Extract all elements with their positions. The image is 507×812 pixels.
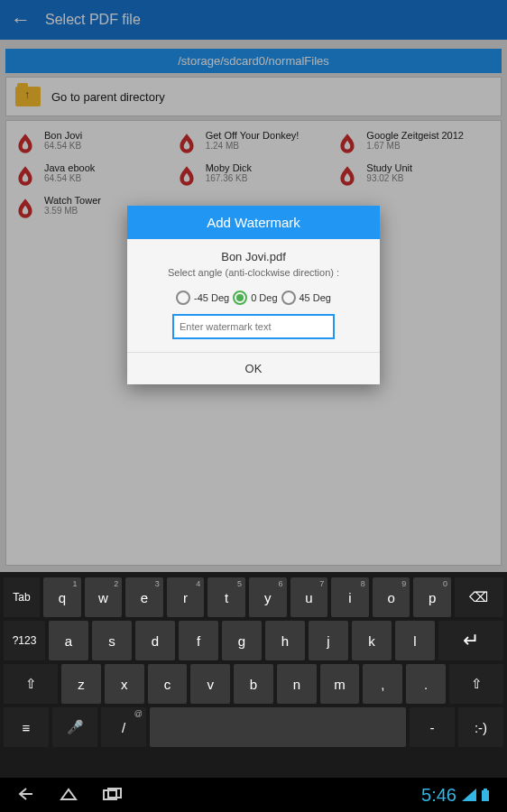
key-settings[interactable]: ≡ xyxy=(4,707,49,747)
wifi-icon xyxy=(462,785,476,806)
key-dash[interactable]: - xyxy=(410,707,455,747)
system-navbar: 5:46 xyxy=(0,778,507,812)
key-o[interactable]: o9 xyxy=(373,577,410,617)
angle-radio-group: -45 Deg 0 Deg 45 Deg xyxy=(127,285,380,314)
dialog-filename: Bon Jovi.pdf xyxy=(127,239,380,267)
radio-0[interactable]: 0 Deg xyxy=(233,291,277,305)
key-v[interactable]: v xyxy=(190,664,230,704)
key-space[interactable] xyxy=(150,707,406,747)
key-f[interactable]: f xyxy=(179,621,218,660)
radio-label: -45 Deg xyxy=(194,292,229,303)
key-j[interactable]: j xyxy=(309,621,348,660)
key-e[interactable]: e3 xyxy=(125,577,163,617)
key-i[interactable]: i8 xyxy=(331,577,369,617)
key-g[interactable]: g xyxy=(222,621,262,660)
key-enter[interactable]: ↵ xyxy=(438,621,503,660)
dialog-title: Add Watermark xyxy=(127,206,380,239)
radio-neg45[interactable]: -45 Deg xyxy=(176,291,229,305)
key-mic[interactable]: 🎤 xyxy=(52,707,97,747)
watermark-text-input[interactable] xyxy=(172,314,335,339)
key-tab[interactable]: Tab xyxy=(4,577,40,617)
key-comma[interactable]: , xyxy=(363,664,402,704)
battery-icon xyxy=(482,785,489,806)
key-q[interactable]: q1 xyxy=(43,577,81,617)
key-t[interactable]: t5 xyxy=(207,577,245,617)
nav-back-icon[interactable] xyxy=(18,786,34,805)
dialog-hint: Select angle (anti-clockwise direction) … xyxy=(127,267,380,285)
key-p[interactable]: p0 xyxy=(413,577,451,617)
key-r[interactable]: r4 xyxy=(167,577,205,617)
key-a[interactable]: a xyxy=(49,621,88,660)
radio-45[interactable]: 45 Deg xyxy=(281,291,331,305)
add-watermark-dialog: Add Watermark Bon Jovi.pdf Select angle … xyxy=(127,206,380,384)
radio-label: 45 Deg xyxy=(300,292,331,303)
key-period[interactable]: . xyxy=(406,664,446,704)
status-clock: 5:46 xyxy=(421,785,456,806)
key-b[interactable]: b xyxy=(234,664,273,704)
key-c[interactable]: c xyxy=(148,664,188,704)
ok-button[interactable]: OK xyxy=(127,352,380,384)
key-slash[interactable]: /@ xyxy=(101,707,146,747)
key-y[interactable]: y6 xyxy=(249,577,287,617)
key-d[interactable]: d xyxy=(135,621,175,660)
key-backspace[interactable]: ⌫ xyxy=(455,577,503,617)
key-shift-left[interactable]: ⇧ xyxy=(4,664,58,704)
key-k[interactable]: k xyxy=(352,621,392,660)
key-symbols[interactable]: ?123 xyxy=(4,621,45,660)
key-shift-right[interactable]: ⇧ xyxy=(449,664,503,704)
key-l[interactable]: l xyxy=(395,621,435,660)
nav-recent-icon[interactable] xyxy=(103,786,123,805)
key-m[interactable]: m xyxy=(320,664,360,704)
key-x[interactable]: x xyxy=(105,664,144,704)
svg-rect-3 xyxy=(484,789,487,790)
key-z[interactable]: z xyxy=(61,664,101,704)
key-w[interactable]: w2 xyxy=(85,577,123,617)
svg-rect-2 xyxy=(482,790,489,801)
key-h[interactable]: h xyxy=(265,621,305,660)
key-n[interactable]: n xyxy=(277,664,317,704)
key-smile[interactable]: :-) xyxy=(458,707,503,747)
key-u[interactable]: u7 xyxy=(290,577,328,617)
soft-keyboard: Tab q1 w2 e3 r4 t5 y6 u7 i8 o9 p0 ⌫ ?123… xyxy=(0,572,507,778)
radio-label: 0 Deg xyxy=(251,292,277,303)
nav-home-icon[interactable] xyxy=(60,786,78,805)
key-s[interactable]: s xyxy=(92,621,132,660)
